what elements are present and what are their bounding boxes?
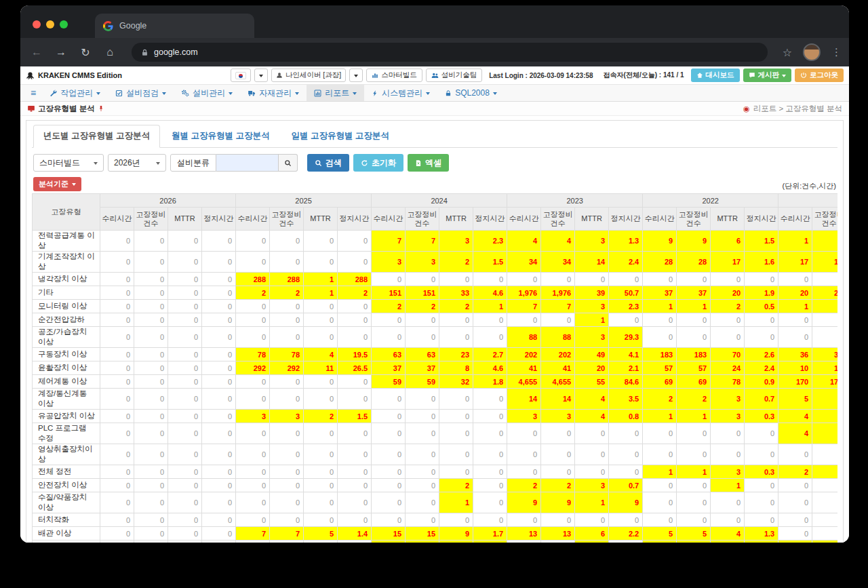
power-icon <box>800 72 807 79</box>
value-cell: 0 <box>100 327 134 348</box>
value-cell: 0 <box>575 273 609 286</box>
value-cell: 0 <box>338 513 372 527</box>
value-cell: 4.1 <box>609 348 643 361</box>
value-cell: 0 <box>202 348 236 361</box>
language-caret-select[interactable] <box>254 68 268 82</box>
value-cell: 2 <box>643 389 677 410</box>
user-caret-select[interactable] <box>349 68 363 82</box>
bookmark-star-icon[interactable]: ☆ <box>783 46 792 59</box>
hamburger-icon[interactable]: ≡ <box>24 85 42 101</box>
value-cell: 0 <box>168 465 202 479</box>
table-row: 윤활장치 이상00002922921126.5373784.64141202.1… <box>33 361 838 375</box>
search-button[interactable]: 검색 <box>307 154 349 172</box>
value-cell: 0 <box>270 313 304 327</box>
report-tab-3[interactable]: 일별 고장유형별 고장분석 <box>281 125 399 148</box>
value-cell: 0 <box>236 327 270 348</box>
value-cell: 20 <box>711 286 745 300</box>
menu-item-3[interactable]: 설비관리 <box>174 85 240 101</box>
report-tab-1[interactable]: 년도별 고장유형별 고장분석 <box>33 125 160 148</box>
report-tab-2[interactable]: 월별 고장유형별 고장분석 <box>161 125 279 148</box>
value-cell: 0 <box>304 231 338 252</box>
value-cell: 0 <box>439 389 473 410</box>
value-cell: 0 <box>134 423 168 444</box>
value-cell: 0 <box>270 327 304 348</box>
maximize-window-button[interactable] <box>60 20 68 28</box>
value-cell: 1 <box>643 300 677 313</box>
target-icon: ◉ <box>743 104 750 113</box>
year-filter-select[interactable]: 2026년 <box>108 154 166 172</box>
board-button[interactable]: 게시판 <box>743 68 792 82</box>
caret-down-icon <box>96 92 100 95</box>
profile-avatar[interactable] <box>803 43 821 61</box>
value-cell: 20 <box>575 361 609 375</box>
analysis-criteria-button[interactable]: 분석기준 <box>33 177 81 191</box>
value-cell: 3 <box>406 252 439 273</box>
pin-icon[interactable] <box>98 105 104 112</box>
menu-item-6[interactable]: 시스템관리 <box>364 85 437 101</box>
value-cell: 7 <box>270 527 304 541</box>
site-button[interactable]: 스마터빌드 <box>366 68 422 82</box>
reload-icon[interactable]: ↻ <box>79 46 92 59</box>
value-cell: 0 <box>236 389 270 410</box>
menu-item-label: 리포트 <box>325 87 349 99</box>
browser-menu-icon[interactable]: ⋮ <box>831 46 840 58</box>
value-cell: 70 <box>711 348 745 361</box>
value-cell: 0 <box>473 313 507 327</box>
close-window-button[interactable] <box>33 20 41 28</box>
home-icon[interactable]: ⌂ <box>103 46 117 58</box>
value-cell: 0.8 <box>609 410 643 423</box>
equipment-category-input[interactable] <box>216 154 279 172</box>
value-cell: 8 <box>439 361 473 375</box>
value-cell: 0 <box>677 327 711 348</box>
forward-icon[interactable]: → <box>54 46 68 58</box>
value-cell: 1.8 <box>473 375 507 389</box>
value-cell: 0 <box>236 375 270 389</box>
value-cell: 88 <box>507 327 541 348</box>
table-row: 순간전압강하0000000000000010000000 <box>33 313 838 327</box>
value-cell: 0 <box>134 465 168 479</box>
value-cell: 0 <box>202 361 236 375</box>
value-cell: 0 <box>236 252 270 273</box>
table-row: 전체 정전00000000000000001130.322 <box>33 465 838 479</box>
menu-item-7[interactable]: SQL2008 <box>437 85 505 101</box>
dashboard-button[interactable]: 대시보드 <box>691 68 740 82</box>
value-cell: 0 <box>134 389 168 410</box>
menu-item-5[interactable]: 리포트 <box>307 85 364 101</box>
menu-item-2[interactable]: 설비점검 <box>108 85 174 101</box>
analysis-table: 고장유형20262025202420232022수리시간고장정비건수MTTR정지… <box>32 193 837 543</box>
value-cell: 1,976 <box>507 286 541 300</box>
caret-down-icon <box>156 162 160 165</box>
value-cell: 78 <box>236 348 270 361</box>
browser-tab[interactable]: Google <box>95 14 254 38</box>
value-cell: 3.5 <box>609 389 643 410</box>
failure-type-label: 구동장치 이상 <box>33 348 100 361</box>
category-search-button[interactable] <box>279 154 298 172</box>
user-select[interactable]: 나인세이버 [과장] <box>271 68 346 82</box>
app-brand: KRAKEN CMMS Edition <box>26 71 122 80</box>
value-cell: 0 <box>406 444 439 465</box>
value-cell: 0 <box>202 327 236 348</box>
metric-header: 수리시간 <box>100 208 134 231</box>
metric-header: MTTR <box>575 208 609 231</box>
site-filter-select[interactable]: 스마터빌드 <box>33 154 104 172</box>
back-icon[interactable]: ← <box>30 46 43 58</box>
logout-button[interactable]: 로그아웃 <box>795 68 844 82</box>
value-cell: 0 <box>677 513 711 527</box>
value-cell: 0 <box>812 527 837 541</box>
table-row: 안전장치 이상0000000000202230.7001000 <box>33 479 838 492</box>
reset-button[interactable]: 초기화 <box>353 154 403 172</box>
menu-item-4[interactable]: 자재관리 <box>240 85 307 101</box>
minimize-window-button[interactable] <box>46 20 54 28</box>
value-cell: 0 <box>541 541 575 543</box>
excel-button[interactable]: 엑셀 <box>408 154 449 172</box>
value-cell: 0 <box>711 513 745 527</box>
team-button[interactable]: 설비기술팀 <box>426 68 483 82</box>
address-bar[interactable]: google.com <box>132 43 768 62</box>
menu-item-1[interactable]: 작업관리 <box>42 85 108 101</box>
language-select[interactable] <box>231 68 251 82</box>
value-cell: 2.1 <box>609 361 643 375</box>
failure-type-label: 안전장치 이상 <box>33 479 100 492</box>
browser-window: Google ← → ↻ ⌂ google.com ☆ ⋮ KRAKEN CMM… <box>20 5 849 543</box>
value-cell: 1 <box>575 492 609 513</box>
value-cell: 0 <box>100 231 134 252</box>
